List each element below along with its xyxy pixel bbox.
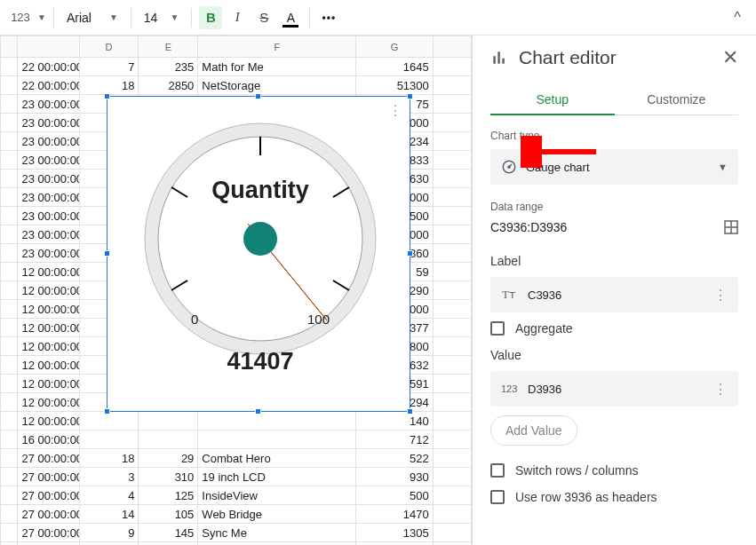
use-headers-checkbox[interactable] (490, 490, 505, 504)
strikethrough-button[interactable]: S (252, 6, 275, 29)
chart-menu-icon[interactable]: ⋮ (388, 102, 402, 119)
toolbar: 123 ▼ Arial▼ 14▼ B I S A ••• ^ (0, 0, 756, 36)
tab-setup[interactable]: Setup (490, 85, 615, 115)
table-row[interactable]: 27 00:00:001829Combat Hero522 (1, 449, 472, 468)
spreadsheet[interactable]: DEFG22 00:00:007235Math for Me164522 00:… (0, 36, 472, 545)
gauge-value: 41407 (136, 348, 385, 375)
column-header[interactable]: G (356, 36, 433, 58)
chart-type-label: Chart type (490, 130, 738, 142)
table-row[interactable]: 22 00:00:00182850NetStorage51300 (1, 76, 472, 95)
bold-button[interactable]: B (199, 6, 222, 29)
select-range-icon[interactable] (724, 220, 738, 234)
svg-line-11 (509, 164, 512, 167)
table-row[interactable]: 27 00:00:00331019 inch LCD930 (1, 468, 472, 486)
switch-rows-label: Switch rows / columns (515, 463, 638, 478)
chart-editor-panel: Chart editor ✕ Setup Customize Chart typ… (472, 36, 756, 545)
column-header[interactable] (433, 36, 471, 58)
gauge-icon (501, 159, 517, 175)
chart-icon (490, 49, 508, 67)
chip-menu-icon[interactable]: ⋮ (713, 287, 728, 304)
resize-handle[interactable] (407, 93, 413, 99)
column-header[interactable] (18, 36, 79, 58)
data-range-label: Data range (490, 201, 738, 213)
table-row[interactable]: 27 00:00:009145Sync Me1305 (1, 524, 472, 542)
resize-handle[interactable] (407, 408, 413, 415)
column-header[interactable] (1, 36, 18, 58)
resize-handle[interactable] (255, 93, 261, 99)
column-header[interactable]: F (198, 36, 356, 58)
gauge-title: Quantity (136, 177, 385, 204)
chart-type-selector[interactable]: Gauge chart ▼ (490, 149, 738, 185)
editor-title: Chart editor (519, 47, 712, 68)
close-icon[interactable]: ✕ (722, 46, 738, 69)
number-format-button[interactable]: 123 (7, 11, 34, 24)
chart-object[interactable]: ⋮ Quantity 0 100 (107, 96, 410, 412)
label-chip[interactable]: Tᴛ C3936 ⋮ (490, 277, 738, 312)
table-row[interactable]: 16 00:00:00712 (1, 430, 472, 449)
resize-handle[interactable] (104, 93, 110, 99)
chip-menu-icon[interactable]: ⋮ (713, 381, 728, 398)
aggregate-label: Aggregate (515, 321, 573, 336)
gauge-chart: Quantity 0 100 41407 (136, 115, 385, 399)
font-selector[interactable]: Arial▼ (61, 8, 123, 28)
text-color-button[interactable]: A (279, 6, 302, 29)
data-range-value: C3936:D3936 (490, 220, 567, 234)
collapse-toolbar-icon[interactable]: ^ (726, 6, 749, 29)
value-section: Value (490, 348, 738, 362)
column-header[interactable]: E (139, 36, 198, 58)
italic-button[interactable]: I (226, 6, 249, 29)
gauge-min: 0 (191, 312, 198, 327)
tab-customize[interactable]: Customize (615, 85, 739, 115)
text-icon: Tᴛ (501, 288, 517, 302)
label-section: Label (490, 254, 738, 268)
resize-handle[interactable] (407, 250, 413, 257)
table-row[interactable]: 22 00:00:007235Math for Me1645 (1, 58, 472, 76)
table-row[interactable]: 23 00:00:00779Barbie's Fashion553 (1, 542, 472, 546)
more-button[interactable]: ••• (317, 6, 340, 29)
value-chip[interactable]: 123 D3936 ⋮ (490, 371, 738, 407)
switch-rows-checkbox[interactable] (490, 463, 505, 478)
column-header[interactable]: D (79, 36, 139, 58)
table-row[interactable]: 27 00:00:0014105Web Bridge1470 (1, 505, 472, 524)
svg-point-8 (243, 222, 277, 256)
resize-handle[interactable] (104, 408, 110, 415)
gauge-max: 100 (307, 312, 330, 327)
number-icon: 123 (501, 383, 517, 394)
table-row[interactable]: 12 00:00:00140 (1, 412, 472, 430)
resize-handle[interactable] (104, 250, 110, 257)
add-value-button[interactable]: Add Value (490, 415, 577, 446)
resize-handle[interactable] (255, 408, 261, 415)
table-row[interactable]: 27 00:00:004125InsideView500 (1, 486, 472, 505)
aggregate-checkbox[interactable] (490, 321, 505, 336)
use-headers-label: Use row 3936 as headers (515, 490, 657, 504)
font-size-selector[interactable]: 14▼ (139, 8, 184, 28)
